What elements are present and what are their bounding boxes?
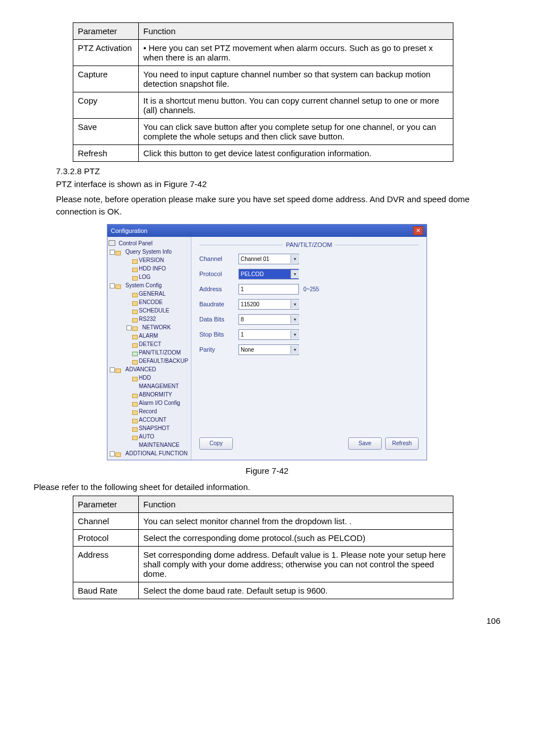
label-protocol: Protocol <box>199 270 238 277</box>
tree-root[interactable]: Control Panel <box>109 239 190 248</box>
save-button[interactable]: Save <box>348 437 382 450</box>
protocol-select[interactable]: PELCOD▼ <box>238 269 299 279</box>
tree-group-system[interactable]: System Config GENERAL ENCODE SCHEDULE RS… <box>114 281 190 365</box>
row-stopbits: Stop Bits 1▼ <box>199 329 419 340</box>
parity-select[interactable]: None▼ <box>238 344 299 355</box>
label-baudrate: Baudrate <box>199 301 238 307</box>
chevron-down-icon: ▼ <box>291 270 299 278</box>
tree-item[interactable]: RS232 <box>131 315 190 323</box>
tree-item[interactable]: ABNORMITY <box>131 390 190 399</box>
tree-group-advanced[interactable]: ADVANCED HDD MANAGEMENT ABNORMITY Alarm … <box>114 365 190 449</box>
tree-group-additional[interactable]: ADDTIONAL FUNCTION <box>114 449 190 458</box>
chevron-down-icon: ▼ <box>291 330 299 339</box>
col-parameter: Parameter <box>73 496 139 513</box>
row-address: Address 1 0~255 <box>199 284 419 295</box>
channel-select[interactable]: Channel 01▼ <box>238 254 299 264</box>
tree-item[interactable]: SCHEDULE <box>131 306 190 315</box>
table-row: CopyIt is a shortcut menu button. You ca… <box>73 92 453 119</box>
configuration-window: Configuration ✕ Control Panel Query Syst… <box>107 224 427 460</box>
tree-item[interactable]: HDD INFO <box>131 264 190 273</box>
col-function: Function <box>139 496 453 513</box>
refresh-button[interactable]: Refresh <box>385 437 419 450</box>
table-row: CaptureYou need to input capture channel… <box>73 66 453 92</box>
table-row: SaveYou can click save button after you … <box>73 119 453 145</box>
table-row: Baud RateSelect the dome baud rate. Defa… <box>73 582 453 599</box>
table-row: ChannelYou can select monitor channel fr… <box>73 513 453 530</box>
tree-group-query[interactable]: Query System Info VERSION HDD INFO LOG <box>114 248 190 281</box>
table-row: PTZ Activation• Here you can set PTZ mov… <box>73 40 453 66</box>
table-row: ProtocolSelect the corresponding dome pr… <box>73 530 453 547</box>
col-function: Function <box>139 23 453 40</box>
tree-item[interactable]: SNAPSHOT <box>131 424 190 432</box>
table-row: RefreshClick this button to get device l… <box>73 145 453 162</box>
col-parameter: Parameter <box>73 23 139 40</box>
tree-item[interactable]: DETECT <box>131 340 190 348</box>
databits-select[interactable]: 8▼ <box>238 314 299 325</box>
row-protocol: Protocol PELCOD▼ <box>199 269 419 279</box>
stopbits-select[interactable]: 1▼ <box>238 329 299 340</box>
chevron-down-icon: ▼ <box>291 315 299 324</box>
tree-item[interactable]: DEFAULT/BACKUP <box>131 357 190 365</box>
baudrate-select[interactable]: 115200▼ <box>238 299 299 310</box>
form-panel: PAN/TILT/ZOOM Channel Channel 01▼ Protoc… <box>191 237 427 460</box>
tree-item[interactable]: Alarm I/O Config <box>131 399 190 407</box>
parameter-table-2: Parameter Function ChannelYou can select… <box>73 496 453 599</box>
section-heading: 7.3.2.8 PTZ <box>56 166 500 176</box>
copy-button[interactable]: Copy <box>199 437 233 450</box>
row-parity: Parity None▼ <box>199 344 419 355</box>
close-icon[interactable]: ✕ <box>413 226 423 235</box>
tree-item[interactable]: AUTO MAINTENANCE <box>131 432 190 449</box>
body-paragraph: Please note, before operation please mak… <box>56 193 500 218</box>
figure-caption: Figure 7-42 <box>34 466 500 475</box>
row-databits: Data Bits 8▼ <box>199 314 419 325</box>
fieldset-title: PAN/TILT/ZOOM <box>199 241 419 248</box>
tree-item-active[interactable]: PAN/TILT/ZOOM <box>131 348 190 357</box>
tree-item[interactable]: Record <box>131 407 190 416</box>
tree-item[interactable]: NETWORK <box>131 323 190 332</box>
nav-tree: Control Panel Query System Info VERSION … <box>107 237 191 460</box>
body-paragraph: Please refer to the following sheet for … <box>34 481 500 494</box>
table-row: AddressSet corresponding dome address. D… <box>73 547 453 582</box>
tree-item[interactable]: VERSION <box>131 256 190 264</box>
control-panel-icon <box>109 240 115 246</box>
address-input[interactable]: 1 <box>238 284 299 295</box>
body-paragraph: PTZ interface is shown as in Figure 7-42 <box>56 178 500 191</box>
chevron-down-icon: ▼ <box>291 255 299 263</box>
tree-item[interactable]: ENCODE <box>131 298 190 306</box>
label-stopbits: Stop Bits <box>199 331 238 338</box>
label-address: Address <box>199 286 238 292</box>
address-hint: 0~255 <box>303 286 319 292</box>
page-number: 106 <box>34 616 500 626</box>
tree-item[interactable]: GENERAL <box>131 290 190 298</box>
label-parity: Parity <box>199 346 238 353</box>
label-channel: Channel <box>199 255 238 262</box>
chevron-down-icon: ▼ <box>291 346 299 354</box>
window-title: Configuration <box>111 227 147 234</box>
tree-item[interactable]: ALARM <box>131 332 190 340</box>
row-baudrate: Baudrate 115200▼ <box>199 299 419 310</box>
tree-item[interactable]: LOG <box>131 273 190 281</box>
parameter-table-1: Parameter Function PTZ Activation• Here … <box>73 22 453 162</box>
window-titlebar: Configuration ✕ <box>107 225 427 237</box>
tree-item[interactable]: ACCOUNT <box>131 416 190 424</box>
label-databits: Data Bits <box>199 316 238 323</box>
row-channel: Channel Channel 01▼ <box>199 254 419 264</box>
chevron-down-icon: ▼ <box>291 300 299 309</box>
tree-item[interactable]: HDD MANAGEMENT <box>131 374 190 390</box>
